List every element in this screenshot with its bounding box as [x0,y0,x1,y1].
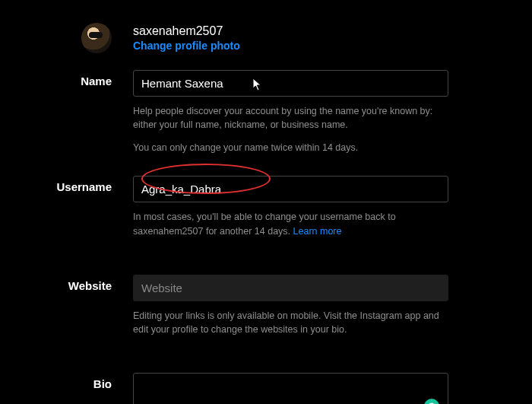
username-label: Username [0,176,133,193]
name-help-1: Help people discover your account by usi… [133,104,448,132]
bio-label: Bio [0,373,133,390]
username-display: saxenahem2507 [133,24,240,38]
bio-textarea[interactable] [133,373,448,404]
username-help: In most cases, you'll be able to change … [133,210,448,237]
name-input[interactable] [133,70,448,97]
website-help: Editing your links is only available on … [133,309,448,336]
website-label: Website [0,275,133,292]
profile-header: saxenahem2507 Change profile photo [0,23,448,53]
username-help-text: In most cases, you'll be able to change … [133,212,396,236]
website-input [133,275,448,301]
learn-more-link[interactable]: Learn more [293,226,342,237]
name-label: Name [0,70,133,87]
avatar[interactable] [81,23,112,53]
username-input[interactable] [133,176,448,202]
change-profile-photo-link[interactable]: Change profile photo [133,40,240,52]
name-help-2: You can only change your name twice with… [133,141,448,154]
